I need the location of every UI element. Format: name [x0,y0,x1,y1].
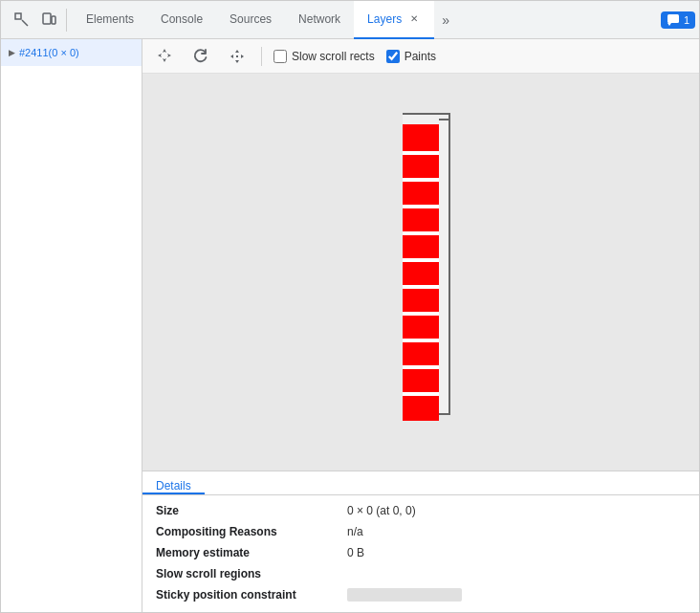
stripe-6 [403,285,439,289]
stripe-5 [403,258,439,262]
chat-icon [667,13,680,27]
details-title: Details [142,471,205,494]
svg-rect-1 [43,13,51,24]
devtools-frame: Elements Console Sources Network Layers … [0,0,700,613]
layer-item[interactable]: ▶ #2411(0 × 0) [1,39,142,66]
tab-close-layers[interactable]: ✕ [407,12,421,26]
stripe-9 [403,365,439,369]
content-area: ▶ #2411(0 × 0) [1,39,699,612]
tab-more-button[interactable]: » [434,1,457,39]
details-row-size: Size 0 × 0 (at 0, 0) [142,501,699,522]
layer-arrow-icon: ▶ [9,48,15,57]
tab-sources[interactable]: Sources [216,1,285,39]
slow-scroll-checkbox-label[interactable]: Slow scroll rects [273,50,375,63]
toolbar-divider [261,47,262,66]
paints-checkbox-label[interactable]: Paints [386,50,436,63]
svg-rect-3 [667,14,679,23]
layer-visualization [403,124,439,421]
layer-right-face [439,119,450,415]
rotate-tool-button[interactable] [188,44,213,69]
details-label-sticky: Sticky position constraint [156,588,347,602]
details-value-sticky-placeholder [347,588,462,602]
stripe-3 [403,205,439,208]
details-row-compositing: Compositing Reasons n/a [142,522,699,543]
rotate-icon [192,48,209,65]
tab-network[interactable]: Network [285,1,354,39]
inspect-icon-button[interactable] [11,9,33,32]
tab-bar: Elements Console Sources Network Layers … [1,1,699,39]
svg-rect-4 [236,55,238,57]
layers-sidebar: ▶ #2411(0 × 0) [1,39,142,612]
stripe-2 [403,178,439,182]
details-label-compositing: Compositing Reasons [156,525,347,538]
details-label-size: Size [156,504,347,517]
stripe-1 [403,151,439,155]
details-value-compositing: n/a [347,525,686,538]
details-panel: Details Size 0 × 0 (at 0, 0) Compositing… [142,471,699,612]
main-area: Slow scroll rects Paints [142,39,699,612]
device-icon-button[interactable] [37,9,60,32]
stripe-8 [403,339,439,342]
stripe-7 [403,312,439,316]
slow-scroll-checkbox[interactable] [273,50,287,63]
move-tool-button[interactable] [225,44,250,69]
details-row-slow-scroll: Slow scroll regions [142,564,699,585]
tab-elements[interactable]: Elements [73,1,147,39]
stripe-10 [403,392,439,396]
chat-badge[interactable]: 1 [661,11,695,29]
tab-icons [5,9,67,32]
move-icon [229,48,246,65]
paints-checkbox[interactable] [386,50,400,63]
toolbar: Slow scroll rects Paints [142,39,699,74]
pan-tool-button[interactable] [152,44,177,69]
layer-body [403,124,439,421]
pan-icon [156,48,173,65]
stripe-4 [403,231,439,235]
details-value-memory: 0 B [347,546,686,559]
tab-layers[interactable]: Layers ✕ [354,1,434,39]
details-value-size: 0 × 0 (at 0, 0) [347,504,686,517]
tab-console[interactable]: Console [147,1,216,39]
svg-rect-2 [52,16,55,24]
details-table: Size 0 × 0 (at 0, 0) Compositing Reasons… [142,495,699,612]
details-label-slow-scroll: Slow scroll regions [156,567,347,580]
canvas-area[interactable] [142,74,699,471]
details-row-sticky: Sticky position constraint [142,585,699,606]
svg-rect-0 [15,13,21,19]
details-label-memory: Memory estimate [156,546,347,559]
details-header-wrap: Details [142,471,699,495]
details-row-memory: Memory estimate 0 B [142,543,699,564]
